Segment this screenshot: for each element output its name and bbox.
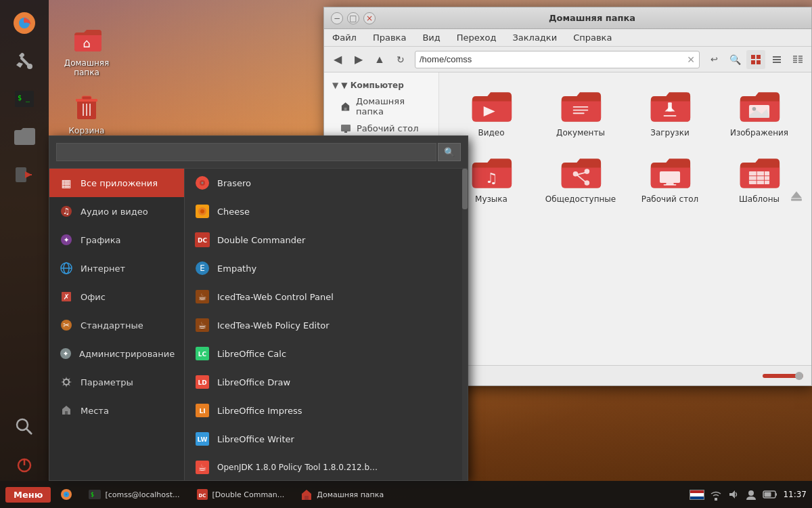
svg-point-87 (752, 107, 757, 111)
desktop-icon-trash[interactable]: Корзина (60, 88, 114, 138)
desktop-icon-home[interactable]: ⌂ Домашняя папка (60, 20, 114, 80)
sidebar-icon-terminal[interactable]: $ _ (8, 83, 41, 115)
fm-menu-file[interactable]: Файл (330, 31, 359, 44)
svg-text:✦: ✦ (62, 350, 68, 358)
taskbar-language-flag[interactable] (690, 490, 704, 500)
app-item-lo-impress[interactable]: LI LibreOffice Impress (185, 396, 462, 425)
fm-list-view-btn[interactable] (767, 50, 786, 69)
eject-icon[interactable] (790, 189, 803, 203)
svg-line-17 (29, 431, 30, 433)
fm-sidebar-desktop[interactable]: Рабочий стол (324, 120, 438, 137)
app-item-brasero[interactable]: Brasero (185, 169, 462, 197)
fm-search-btn[interactable]: 🔍 (725, 50, 744, 69)
menu-category-all[interactable]: ▦ Все приложения (49, 169, 184, 197)
menu-category-audio[interactable]: ♫ Аудио и видео (49, 197, 184, 226)
taskbar-sound-icon[interactable] (727, 488, 740, 501)
menu-category-office[interactable]: ✗ Офис (49, 282, 184, 311)
menu-scrollbar-thumb[interactable] (462, 169, 468, 209)
app-item-lo-draw[interactable]: LD LibreOffice Draw (185, 368, 462, 396)
fm-address-input[interactable] (420, 54, 687, 64)
fm-menu-view[interactable]: Вид (420, 31, 443, 44)
fm-bookmark-btn[interactable]: ↩ (704, 50, 723, 69)
svg-point-106 (66, 494, 68, 496)
sidebar-icon-folder[interactable] (8, 121, 41, 153)
sidebar-icon-power[interactable] (8, 448, 41, 481)
app-item-lo-writer[interactable]: LW LibreOffice Writer (185, 425, 462, 453)
fm-folder-docs[interactable]: Документы (539, 83, 622, 143)
menu-category-admin[interactable]: ✦ Администрирование (49, 339, 184, 368)
music-folder-icon: ♫ (470, 155, 513, 190)
fm-close-btn[interactable]: × (363, 12, 376, 24)
menu-category-standard[interactable]: ✂ Стандартные (49, 311, 184, 339)
sidebar-icon-tools[interactable] (8, 45, 41, 77)
taskbar-item-terminal[interactable]: $ [comss@localhost... (82, 487, 186, 502)
taskbar-item-double-commander[interactable]: DC [Double Comman... (189, 486, 292, 503)
taskbar-home-label: Домашняя папка (317, 490, 384, 499)
app-item-openjdk[interactable]: ☕ OpenJDK 1.8.0 Policy Tool 1.8.0.212.b0… (185, 453, 462, 480)
app-item-lo-calc[interactable]: LC LibreOffice Calc (185, 339, 462, 368)
menu-search-icon[interactable]: 🔍 (438, 143, 461, 161)
svg-text:♫: ♫ (63, 207, 70, 216)
svg-rect-82 (573, 112, 585, 114)
sidebar-icon-exit[interactable] (8, 158, 41, 191)
fm-compact-view-btn[interactable] (788, 50, 807, 69)
menu-category-internet[interactable]: Интернет (49, 254, 184, 282)
fm-address-clear-icon[interactable]: ✕ (687, 54, 695, 65)
fm-slider-track[interactable] (763, 374, 803, 378)
fm-folder-downloads[interactable]: Загрузки (629, 83, 711, 143)
category-internet-label: Интернет (81, 263, 125, 274)
taskbar-menu-button[interactable]: Меню (5, 487, 51, 503)
menu-category-settings[interactable]: Параметры (49, 368, 184, 396)
downloads-folder-icon (648, 89, 692, 124)
fm-sidebar-home[interactable]: Домашняя папка (324, 93, 438, 120)
fm-folder-public[interactable]: Общедоступные (539, 150, 622, 209)
admin-icon: ✦ (59, 346, 72, 361)
fm-menu-go[interactable]: Переход (454, 31, 499, 44)
fm-grid-view-btn[interactable] (746, 50, 765, 69)
svg-text:♫: ♫ (485, 170, 498, 186)
downloads-folder-label: Загрузки (650, 128, 690, 137)
taskbar-user-icon[interactable] (745, 488, 757, 501)
menu-category-places[interactable]: Места (49, 396, 184, 425)
fm-slider-thumb[interactable] (795, 372, 803, 380)
fm-up-btn[interactable]: ▲ (370, 50, 389, 69)
taskbar-network-icon[interactable] (710, 488, 722, 501)
sidebar-icon-firefox[interactable] (8, 7, 41, 39)
fm-maximize-btn[interactable]: □ (347, 12, 359, 24)
fm-folder-video[interactable]: Видео (450, 83, 533, 143)
svg-rect-112 (715, 498, 717, 501)
fm-zoom-slider[interactable] (763, 374, 803, 378)
fm-folder-images[interactable]: Изображения (718, 83, 800, 143)
fm-folder-desktop[interactable]: Рабочий стол (629, 150, 711, 209)
fm-minimize-btn[interactable]: − (331, 12, 343, 24)
fm-forward-btn[interactable]: ▶ (349, 50, 368, 69)
menu-search-input[interactable] (56, 143, 436, 161)
fm-back-btn[interactable]: ◀ (328, 50, 347, 69)
lo-impress-icon: LI (194, 402, 210, 419)
desktop-folder-label: Рабочий стол (641, 194, 698, 204)
app-item-double-commander[interactable]: DC Double Commander (185, 226, 462, 254)
empathy-icon: E (194, 260, 210, 276)
fm-folder-templates[interactable]: Шаблоны (718, 150, 800, 209)
fm-menu-help[interactable]: Справка (570, 31, 614, 44)
app-lo-draw-label: LibreOffice Draw (217, 377, 290, 387)
category-office-label: Офис (81, 292, 106, 302)
taskbar-battery-icon[interactable] (763, 490, 777, 499)
icedtea-policy-icon: ☕ (194, 317, 210, 333)
fm-menu-bookmarks[interactable]: Закладки (510, 31, 560, 44)
menu-category-graphics[interactable]: ✦ Графика (49, 226, 184, 254)
svg-text:E: E (200, 263, 205, 273)
taskbar-item-home[interactable]: Домашняя папка (294, 486, 390, 503)
fm-menu-edit[interactable]: Правка (370, 31, 409, 44)
fm-refresh-btn[interactable]: ↻ (391, 50, 410, 69)
app-item-empathy[interactable]: E Empathy (185, 254, 462, 282)
taskbar-item-firefox[interactable] (53, 486, 79, 503)
docs-folder-icon (559, 89, 602, 124)
app-item-cheese[interactable]: Cheese (185, 197, 462, 226)
app-item-icedtea-policy[interactable]: ☕ IcedTea-Web Policy Editor (185, 311, 462, 339)
app-lo-impress-label: LibreOffice Impress (217, 406, 302, 416)
menu-scrollbar[interactable] (462, 169, 468, 480)
fm-sidebar-home-label: Домашняя папка (356, 96, 430, 117)
sidebar-icon-key[interactable] (8, 410, 41, 443)
app-item-icedtea-web[interactable]: ☕ IcedTea-Web Control Panel (185, 282, 462, 311)
